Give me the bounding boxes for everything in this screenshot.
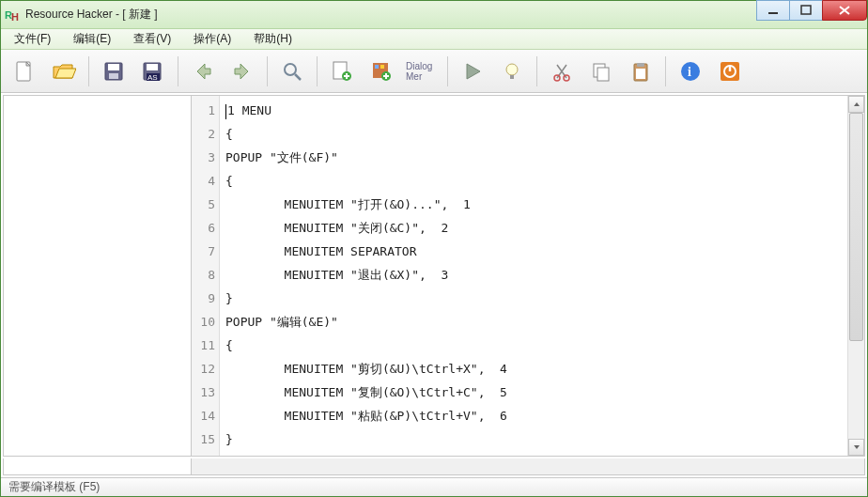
- svg-point-19: [506, 64, 518, 75]
- toolbar-separator: [665, 56, 666, 86]
- toolbar-separator: [317, 56, 318, 86]
- close-button[interactable]: [822, 0, 867, 21]
- svg-rect-7: [109, 73, 118, 79]
- toolbar-separator: [88, 56, 89, 86]
- menu-action[interactable]: 操作(A): [186, 29, 239, 49]
- dialog-label-1: Dialog: [406, 61, 432, 71]
- toolbar: AS Dialog Mer i: [1, 50, 867, 93]
- svg-text:AS: AS: [147, 73, 158, 82]
- scroll-down-arrow[interactable]: [848, 439, 864, 456]
- svg-rect-26: [637, 63, 644, 67]
- menu-help[interactable]: 帮助(H): [246, 29, 300, 49]
- save-button[interactable]: [96, 54, 132, 88]
- status-text: 需要编译模板 (F5): [8, 479, 100, 495]
- power-button[interactable]: [712, 54, 748, 88]
- toolbar-separator: [267, 56, 268, 86]
- svg-rect-9: [147, 64, 158, 70]
- toolbar-separator: [536, 56, 537, 86]
- toolbar-separator: [178, 56, 178, 86]
- add-resource-button[interactable]: [324, 54, 360, 88]
- menu-view[interactable]: 查看(V): [126, 29, 178, 49]
- add-binary-button[interactable]: [364, 54, 399, 88]
- app-window: RH Resource Hacker - [ 新建 ] 文件(F) 编辑(E) …: [0, 0, 868, 497]
- nav-forward-button[interactable]: [225, 54, 260, 88]
- svg-rect-20: [510, 75, 514, 79]
- new-file-button[interactable]: [7, 54, 42, 88]
- svg-rect-2: [768, 12, 778, 14]
- info-button[interactable]: i: [673, 54, 708, 88]
- vertical-scrollbar[interactable]: [847, 96, 864, 456]
- horizontal-scroll-row: [3, 458, 865, 475]
- app-icon: RH: [5, 8, 20, 23]
- code-editor[interactable]: 1 MENU{POPUP "文件(&F)"{ MENUITEM "打开(&O).…: [220, 96, 847, 456]
- svg-rect-24: [597, 68, 609, 81]
- svg-point-12: [285, 64, 296, 75]
- scroll-up-arrow[interactable]: [848, 96, 864, 113]
- minimize-button[interactable]: [756, 0, 790, 21]
- line-number-gutter: 1234567891011121314151617: [192, 96, 220, 456]
- menu-edit[interactable]: 编辑(E): [66, 29, 118, 49]
- svg-text:i: i: [688, 65, 691, 79]
- play-button[interactable]: [455, 54, 490, 88]
- paste-button[interactable]: [623, 54, 659, 88]
- window-controls: [757, 0, 867, 21]
- tree-scroll-spacer: [4, 458, 192, 474]
- svg-rect-16: [375, 65, 379, 69]
- svg-rect-27: [636, 69, 645, 79]
- resource-tree[interactable]: [4, 96, 192, 456]
- dialog-menu-button[interactable]: Dialog Mer: [403, 54, 441, 88]
- cut-button[interactable]: [544, 54, 580, 88]
- save-as-button[interactable]: AS: [135, 54, 171, 88]
- scroll-track[interactable]: [848, 113, 864, 439]
- copy-button[interactable]: [583, 54, 619, 88]
- title-bar[interactable]: RH Resource Hacker - [ 新建 ]: [1, 1, 867, 29]
- svg-text:H: H: [11, 11, 19, 23]
- body-area: 1234567891011121314151617 1 MENU{POPUP "…: [3, 95, 865, 457]
- open-file-button[interactable]: [46, 54, 82, 88]
- toolbar-separator: [447, 56, 448, 86]
- editor-panel: 1234567891011121314151617 1 MENU{POPUP "…: [192, 96, 864, 456]
- horizontal-scrollbar[interactable]: [192, 458, 864, 474]
- scroll-thumb[interactable]: [849, 113, 863, 341]
- dialog-label-2: Mer: [406, 71, 422, 82]
- menu-file[interactable]: 文件(F): [7, 29, 58, 49]
- maximize-button[interactable]: [789, 0, 823, 21]
- svg-rect-3: [801, 6, 811, 14]
- window-title: Resource Hacker - [ 新建 ]: [25, 7, 158, 23]
- svg-rect-17: [380, 65, 384, 69]
- svg-rect-6: [108, 64, 119, 70]
- menu-bar: 文件(F) 编辑(E) 查看(V) 操作(A) 帮助(H): [1, 29, 867, 50]
- status-bar: 需要编译模板 (F5): [1, 477, 867, 496]
- lightbulb-button[interactable]: [494, 54, 530, 88]
- search-button[interactable]: [274, 54, 310, 88]
- nav-back-button[interactable]: [185, 54, 221, 88]
